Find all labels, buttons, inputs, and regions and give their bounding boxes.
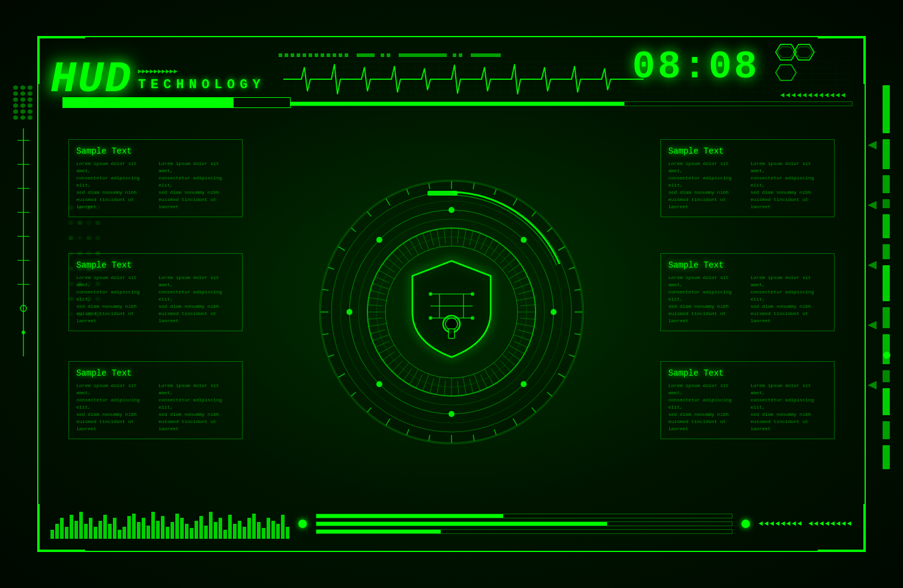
eq-bar [122, 527, 126, 539]
info-panel-bl: Sample Text Lorem ipsum dolor sit amet, … [68, 361, 243, 439]
hex-dot [28, 103, 32, 108]
eq-bar [276, 524, 280, 539]
svg-rect-10 [883, 85, 890, 133]
eq-bar [238, 521, 241, 539]
info-panel-mr: Sample Text Lorem ipsum dolor sit amet, … [660, 253, 835, 331]
eq-bar [190, 528, 193, 539]
hex-dot [13, 97, 18, 102]
eq-bar [185, 524, 189, 539]
ecg-progress-bar [283, 101, 853, 106]
panel-bl-col2: Lorem ipsum dolor sit amet, consectetur … [159, 382, 235, 433]
svg-rect-33 [303, 53, 306, 57]
bottom-bar: ◄◄◄◄◄◄◄◄ ◄◄◄◄◄◄◄◄ [50, 506, 853, 542]
info-panel-tr: Sample Text Lorem ipsum dolor sit amet, … [660, 139, 835, 217]
content-area: Sample Text Lorem ipsum dolor sit amet, … [50, 121, 853, 503]
svg-rect-11 [883, 139, 890, 169]
bottom-chevrons: ◄◄◄◄◄◄◄◄ ◄◄◄◄◄◄◄◄ [759, 520, 853, 528]
panel-mr-cols: Lorem ipsum dolor sit amet, consectetur … [668, 274, 827, 325]
eq-bar [219, 518, 222, 539]
eq-bar [108, 524, 112, 539]
svg-marker-26 [868, 321, 877, 329]
main-container: HUD ▶▶▶▶▶▶▶▶▶▶ TECHNOLOGY [0, 0, 903, 588]
bottom-progress-2 [316, 521, 732, 526]
hex-dot [20, 91, 25, 96]
info-panel-ml: Sample Text Lorem ipsum dolor sit amet, … [68, 253, 243, 331]
svg-point-28 [883, 352, 890, 359]
panel-br-cols: Lorem ipsum dolor sit amet, consectetur … [668, 382, 827, 433]
eq-bar [243, 527, 246, 539]
panel-ml-title: Sample Text [76, 260, 235, 271]
panel-bl-col1: Lorem ipsum dolor sit amet, consectetur … [76, 382, 153, 433]
svg-rect-36 [321, 53, 324, 57]
panel-bl-title: Sample Text [76, 368, 235, 379]
bottom-progress-fill-2 [316, 522, 607, 526]
clock-time: 08:08 [632, 46, 760, 89]
svg-rect-35 [315, 53, 318, 57]
hex-dot [13, 85, 18, 90]
svg-rect-14 [883, 214, 890, 238]
eq-bar [142, 518, 145, 539]
eq-bar [94, 527, 97, 539]
hex-dot [28, 109, 32, 114]
eq-bar [70, 515, 73, 539]
panel-tr-cols: Lorem ipsum dolor sit amet, consectetur … [668, 160, 827, 211]
chevrons-row: ◄◄◄◄◄◄◄◄◄◄◄◄ [781, 91, 847, 100]
top-dots-svg [279, 51, 684, 60]
eq-bar [257, 522, 261, 539]
eq-bar [55, 524, 59, 539]
arrows-row: ▶▶▶▶▶▶▶▶▶▶ [138, 67, 265, 75]
eq-bar [103, 515, 107, 539]
svg-point-9 [22, 331, 25, 334]
svg-rect-47 [471, 53, 501, 57]
central-circle [313, 174, 590, 450]
svg-point-191 [445, 318, 458, 330]
eq-bar [161, 516, 165, 539]
panel-ml-col1: Lorem ipsum dolor sit amet, consectetur … [76, 274, 153, 325]
panel-tl-col1: Lorem ipsum dolor sit amet, consectetur … [76, 160, 153, 211]
svg-rect-46 [459, 53, 462, 57]
hex-dot [13, 109, 18, 114]
svg-rect-22 [883, 445, 890, 469]
bottom-dot-connector-2 [741, 520, 750, 528]
main-progress-fill [63, 98, 234, 107]
svg-marker-52 [796, 47, 812, 58]
eq-bar [84, 524, 88, 539]
hex-dot [20, 115, 25, 120]
hex-dot [13, 103, 18, 108]
svg-rect-13 [883, 199, 890, 208]
svg-marker-23 [868, 141, 877, 149]
svg-rect-39 [339, 53, 342, 57]
eq-bar [195, 521, 198, 539]
svg-point-187 [471, 292, 474, 296]
arrows-decoration: ▶▶▶▶▶▶▶▶▶▶ [138, 67, 178, 75]
svg-rect-21 [883, 421, 890, 439]
hex-dot [28, 115, 32, 120]
eq-bar [156, 521, 160, 539]
bottom-dot-connector [298, 520, 307, 528]
eq-bar [204, 526, 208, 539]
panel-br-col2: Lorem ipsum dolor sit amet, consectetur … [750, 382, 827, 433]
panel-tr-title: Sample Text [668, 146, 827, 157]
panel-tr-col2: Lorem ipsum dolor sit amet, consectetur … [750, 160, 827, 211]
svg-rect-38 [333, 53, 336, 57]
panel-bl-cols: Lorem ipsum dolor sit amet, consectetur … [76, 382, 235, 433]
eq-bar [214, 522, 217, 539]
svg-rect-34 [309, 53, 312, 57]
equalizer [50, 509, 289, 539]
bottom-progress-3 [316, 529, 732, 534]
svg-rect-45 [453, 53, 456, 57]
svg-point-101 [551, 309, 557, 315]
eq-bar [127, 516, 131, 539]
svg-rect-17 [883, 307, 890, 328]
svg-point-99 [448, 207, 455, 213]
eq-bar [113, 518, 116, 539]
central-svg [313, 174, 590, 450]
eq-bar [146, 526, 150, 539]
svg-rect-31 [291, 53, 294, 57]
bottom-progress-group [316, 514, 732, 534]
panel-tl-title: Sample Text [76, 146, 235, 157]
eq-bar [60, 518, 64, 539]
eq-bar [89, 518, 92, 539]
svg-point-189 [471, 316, 474, 320]
eq-bar [175, 514, 179, 539]
